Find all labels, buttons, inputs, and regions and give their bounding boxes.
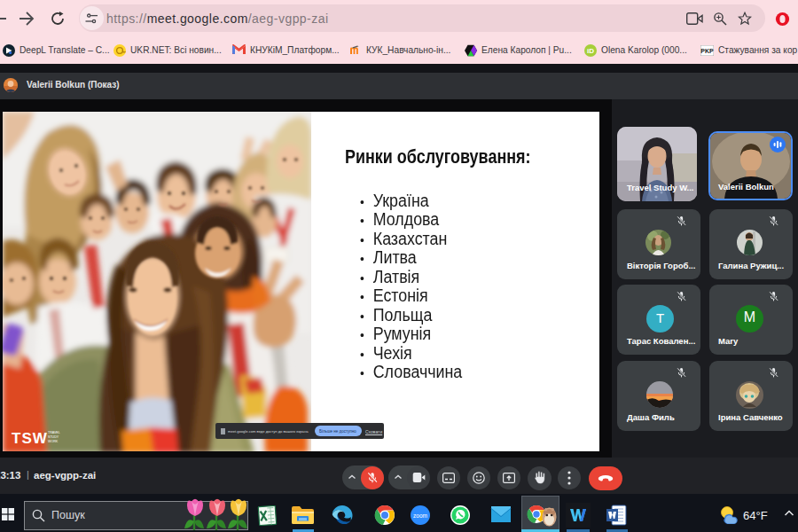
svg-text:TRAVEL: TRAVEL xyxy=(48,431,60,434)
svg-text:iD: iD xyxy=(587,47,594,55)
svg-text:zoom: zoom xyxy=(413,512,427,519)
svg-text:PKP: PKP xyxy=(700,48,714,54)
svg-text:STUDY: STUDY xyxy=(48,435,59,439)
svg-text:TSW: TSW xyxy=(12,430,48,447)
svg-text:WORK: WORK xyxy=(48,440,59,443)
